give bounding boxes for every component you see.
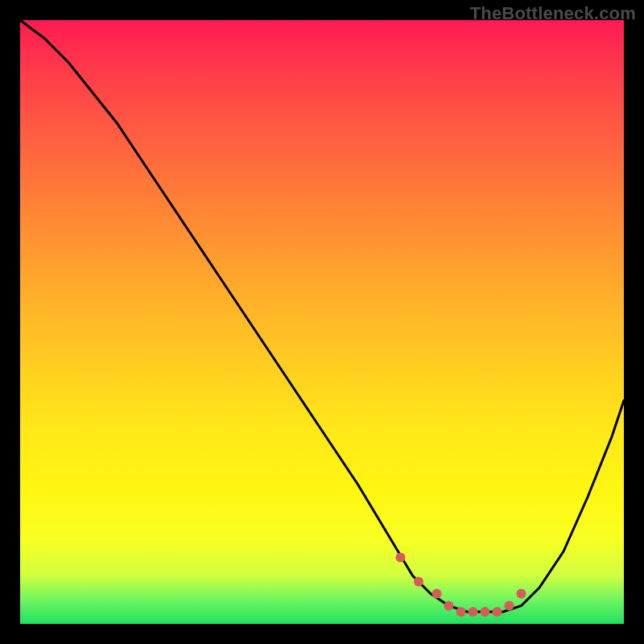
gradient-plot-area bbox=[20, 20, 624, 624]
sweet-spot-dot bbox=[469, 607, 478, 617]
sweet-spot-dot bbox=[517, 589, 526, 599]
chart-frame: TheBottleneck.com bbox=[0, 0, 644, 644]
sweet-spot-dot bbox=[481, 607, 490, 617]
sweet-spot-dot bbox=[456, 607, 466, 617]
bottleneck-sweet-spot-dots bbox=[396, 553, 526, 617]
bottleneck-curve bbox=[20, 20, 624, 612]
sweet-spot-dot bbox=[493, 607, 502, 617]
curve-svg bbox=[20, 20, 624, 624]
sweet-spot-dot bbox=[444, 601, 454, 611]
sweet-spot-dot bbox=[396, 553, 406, 563]
sweet-spot-dot bbox=[505, 601, 514, 611]
sweet-spot-dot bbox=[432, 589, 442, 599]
sweet-spot-dot bbox=[414, 577, 423, 587]
